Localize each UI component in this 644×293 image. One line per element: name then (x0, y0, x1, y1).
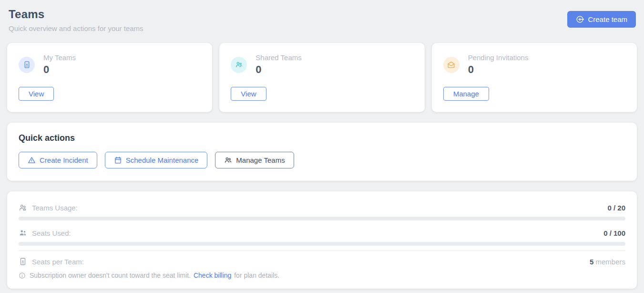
seats-used-value: 0 / 100 (603, 229, 625, 237)
page-header: Teams Quick overview and actions for you… (7, 7, 637, 32)
contact-badge-icon (19, 257, 27, 266)
manage-teams-label: Manage Teams (236, 156, 285, 164)
create-incident-label: Create Incident (40, 156, 88, 164)
seats-per-team-unit: members (593, 258, 625, 266)
teams-usage-progressbar (19, 217, 625, 220)
page-header-text: Teams Quick overview and actions for you… (9, 8, 143, 32)
teams-usage-value: 0 / 20 (607, 204, 625, 212)
stat-value: 0 (256, 63, 301, 76)
usage-divider (19, 251, 625, 251)
stat-label: Shared Teams (256, 53, 301, 62)
users-icon (224, 156, 232, 164)
create-incident-button[interactable]: Create Incident (19, 152, 97, 168)
seats-used-progressbar (19, 242, 625, 246)
shared-teams-card: Shared Teams 0 View (219, 43, 424, 112)
billing-note-text: Subscription owner doesn't count toward … (30, 272, 279, 279)
quick-actions-card: Quick actions Create Incident Schedule M… (7, 123, 637, 181)
schedule-maintenance-label: Schedule Maintenance (126, 156, 199, 164)
info-circle-icon (19, 272, 26, 279)
manage-invitations-button[interactable]: Manage (443, 87, 489, 101)
mail-open-icon (443, 57, 460, 73)
page-title: Teams (9, 8, 143, 21)
billing-note: Subscription owner doesn't count toward … (19, 272, 625, 279)
plus-circle-icon (576, 15, 584, 23)
quick-actions-buttons: Create Incident Schedule Maintenance Man… (19, 152, 625, 168)
page-subtitle: Quick overview and actions for your team… (9, 24, 143, 32)
pending-invitations-card: Pending Invitations 0 Manage (432, 43, 637, 112)
create-team-button[interactable]: Create team (567, 11, 636, 28)
view-my-teams-button[interactable]: View (19, 87, 54, 101)
teams-page: Teams Quick overview and actions for you… (0, 0, 644, 293)
stat-value: 0 (468, 63, 529, 76)
quick-actions-title: Quick actions (19, 133, 625, 143)
users-filled-icon (19, 229, 27, 237)
seats-per-team-row: Seats per Team: 5 members (19, 253, 625, 270)
stats-cards-row: My Teams 0 View Shared Teams 0 View (7, 43, 637, 112)
users-group-icon (231, 57, 247, 73)
view-shared-teams-button[interactable]: View (231, 87, 266, 101)
teams-usage-row: Teams Usage: 0 / 20 (19, 199, 625, 216)
seats-used-label: Seats Used: (32, 229, 71, 237)
warning-triangle-icon (28, 156, 36, 164)
my-teams-card: My Teams 0 View (7, 43, 212, 112)
manage-teams-button[interactable]: Manage Teams (215, 152, 294, 168)
seats-per-team-value: 5 members (590, 258, 625, 266)
create-team-label: Create team (588, 15, 627, 23)
stat-value: 0 (43, 63, 76, 76)
users-outline-icon (19, 203, 27, 212)
seats-used-row: Seats Used: 0 / 100 (19, 224, 625, 241)
usage-card: Teams Usage: 0 / 20 Seats Used: 0 / 100 (7, 191, 637, 289)
seats-per-team-label: Seats per Team: (32, 258, 84, 266)
check-billing-link[interactable]: Check billing (194, 272, 231, 279)
stat-label: My Teams (43, 53, 76, 62)
stat-label: Pending Invitations (468, 53, 529, 62)
calendar-icon (114, 156, 122, 164)
contact-badge-icon (19, 57, 35, 73)
teams-usage-label: Teams Usage: (32, 204, 78, 212)
schedule-maintenance-button[interactable]: Schedule Maintenance (105, 152, 208, 168)
